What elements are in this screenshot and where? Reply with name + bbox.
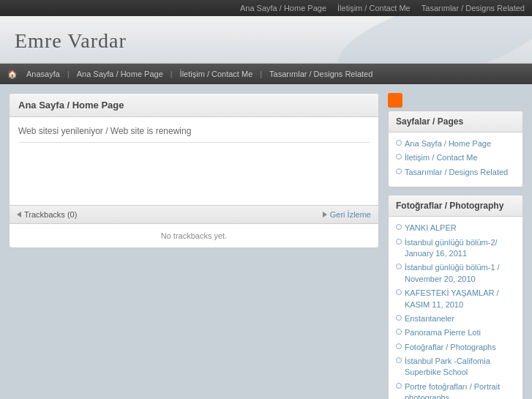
photo-link-ist2[interactable]: İstanbul günlüğü bölüm-2/ January 16, 20… [405,237,515,260]
photo-link-foto[interactable]: Fotoğraflar / Photographs [405,342,496,353]
circle-icon [396,239,402,245]
photo-link-enstan[interactable]: Enstantaneler [405,313,454,324]
divider [18,142,370,143]
circle-icon [396,224,402,230]
trackbacks-left: Trackbacks (0) [17,210,77,219]
circle-icon [396,357,402,363]
pages-link-2: Tasarımlar / Designs Related [396,167,515,178]
topnav-contact[interactable]: İletişim / Contact Me [337,4,411,12]
breadcrumb-contact[interactable]: İletişim / Contact Me [176,68,258,80]
photo-link-0: YANKI ALPER [396,223,515,234]
photos-box: Fotoğraflar / Photography YANKI ALPER İs… [388,195,523,399]
circle-icon [396,264,402,269]
content-box: Ana Sayfa / Home Page Web sitesi yenilen… [9,93,379,248]
top-nav: Ana Sayfa / Home Page İletişim / Contact… [0,0,532,16]
main-layout: Ana Sayfa / Home Page Web sitesi yenilen… [0,84,532,399]
geri-izleme-link[interactable]: Geri İzleme [330,210,371,219]
photos-header: Fotoğraflar / Photography [389,195,522,217]
photo-link-7: İstanbul Park -Califomia Superbike Schoo… [396,356,515,379]
circle-icon [396,315,402,321]
breadcrumb-designs[interactable]: Tasarımlar / Designs Related [265,68,377,80]
pages-link-contact[interactable]: İletişim / Contact Me [405,152,478,163]
photo-link-6: Fotoğraflar / Photographs [396,342,515,353]
photos-body: YANKI ALPER İstanbul günlüğü bölüm-2/ Ja… [389,217,522,399]
rss-top [388,93,523,108]
no-trackbacks-text: No trackbacks yet. [10,224,378,247]
breadcrumb-homepage[interactable]: Ana Sayfa / Home Page [72,68,168,80]
circle-icon [396,329,402,335]
pages-link-1: İletişim / Contact Me [396,152,515,163]
arrow-left-icon [17,212,21,217]
pages-body: Ana Sayfa / Home Page İletişim / Contact… [389,133,522,187]
pages-header: Sayfalar / Pages [389,111,522,133]
circle-icon [396,289,402,295]
home-icon: 🏠 [7,70,18,79]
photo-link-kafesteki[interactable]: KAFESTEKİ YAŞAMLAR / KASIM 11, 2010 [405,288,515,310]
site-title: Emre Vardar [15,29,517,53]
pages-link-designs[interactable]: Tasarımlar / Designs Related [405,167,508,178]
circle-icon [396,140,402,146]
arrow-right-icon [323,212,327,217]
content-body: Web sitesi yenileniyor / Web site is ren… [10,117,378,205]
photo-link-3: KAFESTEKİ YAŞAMLAR / KASIM 11, 2010 [396,288,515,310]
content-text: Web sitesi yenileniyor / Web site is ren… [18,126,370,136]
content-title: Ana Sayfa / Home Page [10,94,378,117]
photo-link-4: Enstantaneler [396,313,515,324]
photo-link-superbike[interactable]: İstanbul Park -Califomia Superbike Schoo… [405,356,515,379]
photo-link-8: Portre fotoğrafları / Portrait photograp… [396,381,515,399]
pages-box: Sayfalar / Pages Ana Sayfa / Home Page İ… [388,111,523,187]
site-header: Emre Vardar [0,16,532,64]
photo-link-2: İstanbul günlüğü bölüm-1 / November 20, … [396,262,515,285]
breadcrumb-anasayfa[interactable]: Anasayfa [22,68,64,80]
pages-link-homepage[interactable]: Ana Sayfa / Home Page [405,138,491,149]
trackbacks-bar: Trackbacks (0) Geri İzleme [10,205,378,224]
trackbacks-right: Geri İzleme [323,210,371,219]
content-area: Ana Sayfa / Home Page Web sitesi yenilen… [9,93,379,399]
trackbacks-label: Trackbacks (0) [24,210,77,219]
circle-icon [396,383,402,389]
photo-link-ist1[interactable]: İstanbul günlüğü bölüm-1 / November 20, … [405,262,515,285]
topnav-home[interactable]: Ana Sayfa / Home Page [240,4,326,12]
circle-icon [396,154,402,160]
sidebar: Sayfalar / Pages Ana Sayfa / Home Page İ… [388,93,523,399]
breadcrumb-nav: 🏠 Anasayfa | Ana Sayfa / Home Page | İle… [0,64,532,84]
photo-link-1: İstanbul günlüğü bölüm-2/ January 16, 20… [396,237,515,260]
photo-link-pierre[interactable]: Panorama Pierre Loti [405,327,481,338]
photos-title: Fotoğraflar / Photography [396,201,503,211]
pages-link-0: Ana Sayfa / Home Page [396,138,515,149]
photo-link-5: Panorama Pierre Loti [396,327,515,338]
pages-title: Sayfalar / Pages [396,116,463,127]
photo-link-yanki[interactable]: YANKI ALPER [405,223,457,234]
circle-icon [396,168,402,174]
photo-link-portrait[interactable]: Portre fotoğrafları / Portrait photograp… [405,381,515,399]
topnav-designs[interactable]: Tasarımlar / Designs Related [422,4,525,12]
circle-icon [396,343,402,349]
